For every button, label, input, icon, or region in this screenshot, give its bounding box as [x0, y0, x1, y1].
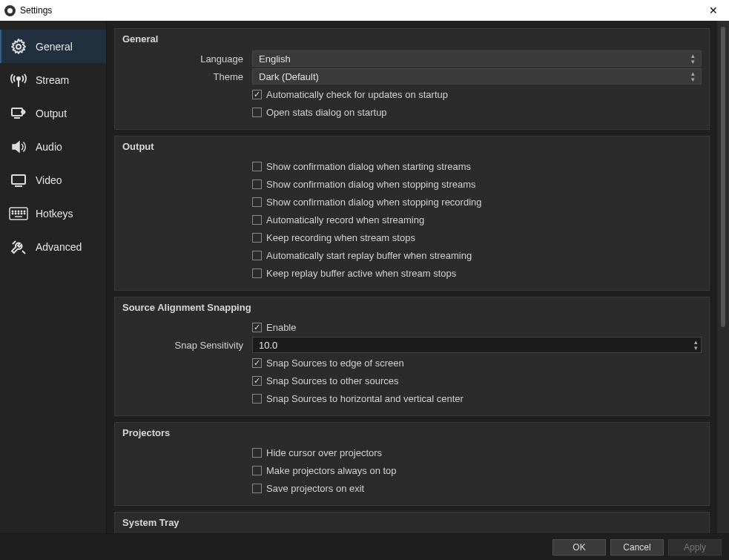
snap-sensitivity-value: 10.0	[259, 340, 277, 351]
snapping-enable-checkbox[interactable]	[252, 323, 262, 332]
footer: OK Cancel Apply	[0, 533, 729, 560]
group-snapping: Source Alignment Snapping Enable Snap Se…	[114, 297, 710, 416]
video-icon	[9, 171, 28, 189]
output-checkbox-1[interactable]	[252, 179, 262, 189]
svg-point-0	[16, 45, 21, 49]
snapping-checkbox-0[interactable]	[252, 358, 262, 368]
sidebar-item-label: General	[36, 41, 73, 53]
scroll-thumb[interactable]	[721, 27, 725, 327]
broadcast-icon	[9, 71, 28, 89]
group-systray: System Tray Enable Minimize to system tr…	[114, 512, 710, 533]
svg-point-9	[15, 211, 16, 211]
output-checkbox-4[interactable]	[252, 233, 262, 243]
svg-point-12	[24, 211, 24, 211]
sidebar-item-audio[interactable]: Audio	[0, 130, 106, 163]
sidebar-item-hotkeys[interactable]: Hotkeys	[0, 197, 106, 230]
window-title: Settings	[20, 5, 52, 16]
output-checkbox-6[interactable]	[252, 269, 262, 278]
sidebar-item-label: Output	[36, 108, 67, 119]
output-label-3: Automatically record when streaming	[266, 214, 424, 225]
output-label-5: Automatically start replay buffer when s…	[266, 250, 472, 261]
projectors-checkbox-0[interactable]	[252, 448, 262, 458]
sidebar: General Stream Output Audio Video	[0, 21, 107, 533]
sidebar-item-label: Advanced	[36, 241, 82, 253]
updown-icon: ▴▾	[691, 70, 695, 82]
svg-point-10	[18, 211, 19, 211]
sidebar-item-label: Hotkeys	[36, 208, 73, 220]
group-projectors: Projectors Hide cursor over projectors M…	[114, 422, 710, 506]
projectors-checkbox-1[interactable]	[252, 466, 262, 475]
group-title: Projectors	[122, 427, 702, 438]
tools-icon	[9, 238, 28, 256]
sidebar-item-stream[interactable]: Stream	[0, 63, 106, 96]
open-stats-label: Open stats dialog on startup	[266, 107, 387, 118]
language-select[interactable]: English ▴▾	[252, 50, 702, 67]
snapping-checkbox-1[interactable]	[252, 376, 262, 386]
snapping-checkbox-2[interactable]	[252, 394, 262, 403]
scrollbar[interactable]	[717, 21, 729, 533]
output-label-2: Show confirmation dialog when stopping r…	[266, 197, 482, 208]
output-checkbox-0[interactable]	[252, 162, 262, 171]
output-label-0: Show confirmation dialog when starting s…	[266, 161, 471, 172]
svg-rect-5	[12, 175, 25, 184]
sidebar-item-advanced[interactable]: Advanced	[0, 230, 106, 263]
svg-point-8	[12, 211, 13, 211]
output-icon	[9, 105, 28, 122]
group-title: Source Alignment Snapping	[122, 302, 702, 313]
snap-sensitivity-label: Snap Sensitivity	[122, 340, 252, 351]
svg-point-1	[17, 77, 20, 80]
theme-label: Theme	[122, 71, 252, 82]
snapping-label-1: Snap Sources to other sources	[266, 375, 399, 386]
svg-point-14	[15, 213, 16, 214]
svg-point-17	[24, 213, 24, 214]
svg-rect-3	[12, 108, 22, 116]
auto-update-label: Automatically check for updates on start…	[266, 89, 448, 100]
keyboard-icon	[9, 207, 28, 220]
group-output: Output Show confirmation dialog when sta…	[114, 136, 710, 291]
snapping-enable-label: Enable	[266, 322, 296, 333]
output-checkbox-3[interactable]	[252, 215, 262, 225]
output-label-4: Keep recording when stream stops	[266, 232, 415, 243]
snapping-label-0: Snap Sources to edge of screen	[266, 358, 404, 369]
svg-point-16	[21, 213, 22, 214]
titlebar: Settings ✕	[0, 0, 729, 21]
svg-point-11	[21, 211, 22, 211]
group-title: General	[122, 33, 702, 45]
projectors-label-2: Save projectors on exit	[266, 483, 364, 494]
cancel-button[interactable]: Cancel	[610, 539, 664, 556]
ok-button[interactable]: OK	[552, 539, 606, 556]
gear-icon	[9, 38, 28, 56]
output-checkbox-2[interactable]	[252, 197, 262, 207]
snap-sensitivity-spinbox[interactable]: 10.0 ▴▾	[252, 337, 702, 353]
updown-icon: ▴▾	[691, 53, 695, 65]
output-label-6: Keep replay buffer active when stream st…	[266, 268, 456, 279]
language-value: English	[259, 53, 291, 65]
sidebar-item-label: Video	[36, 174, 62, 186]
projectors-label-0: Hide cursor over projectors	[266, 447, 382, 458]
group-title: Output	[122, 141, 702, 152]
spin-buttons-icon[interactable]: ▴▾	[694, 339, 698, 351]
output-checkbox-5[interactable]	[252, 251, 262, 260]
sidebar-item-label: Audio	[36, 141, 62, 153]
app-logo-icon	[4, 5, 16, 16]
audio-icon	[9, 138, 28, 156]
sidebar-item-video[interactable]: Video	[0, 163, 106, 197]
projectors-label-1: Make projectors always on top	[266, 465, 397, 476]
svg-point-15	[18, 213, 19, 214]
sidebar-item-label: Stream	[36, 74, 69, 86]
theme-select[interactable]: Dark (Default) ▴▾	[252, 68, 702, 85]
sidebar-item-general[interactable]: General	[0, 30, 106, 63]
svg-point-13	[12, 213, 13, 214]
main-area: General Stream Output Audio Video	[0, 21, 729, 533]
projectors-checkbox-2[interactable]	[252, 484, 262, 493]
content-pane: General Language English ▴▾ Theme Dark (…	[107, 21, 717, 533]
open-stats-checkbox[interactable]	[252, 108, 262, 117]
language-label: Language	[122, 53, 252, 65]
auto-update-checkbox[interactable]	[252, 90, 262, 99]
close-button[interactable]: ✕	[702, 4, 725, 16]
output-label-1: Show confirmation dialog when stopping s…	[266, 179, 476, 190]
group-general: General Language English ▴▾ Theme Dark (…	[114, 28, 710, 130]
apply-button[interactable]: Apply	[668, 539, 722, 556]
sidebar-item-output[interactable]: Output	[0, 96, 106, 130]
group-title: System Tray	[122, 517, 702, 528]
